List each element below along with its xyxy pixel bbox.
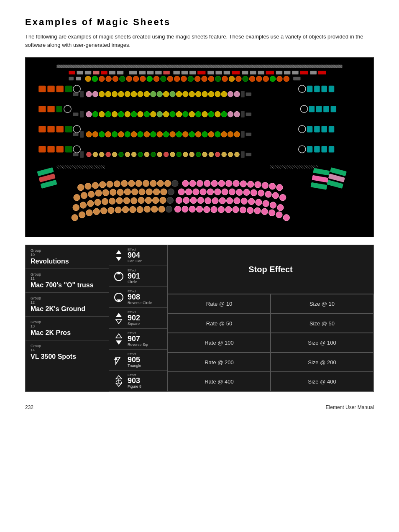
svg-rect-21 [224,71,230,74]
svg-point-209 [202,152,207,157]
page-title: Examples of Magic Sheets [25,17,374,28]
stop-effect-button[interactable]: Stop Effect [168,245,373,294]
group-item[interactable]: Group14VL 3500 Spots [26,340,109,364]
svg-rect-28 [284,71,290,74]
svg-point-85 [131,91,136,97]
svg-marker-345 [116,257,122,261]
effect-icon [113,249,125,262]
svg-point-321 [144,206,150,212]
svg-point-40 [120,76,125,82]
svg-point-50 [188,76,193,82]
svg-point-158 [118,131,124,137]
svg-point-92 [176,91,182,97]
svg-rect-109 [309,106,315,112]
svg-rect-343 [310,182,327,190]
svg-point-176 [234,131,240,137]
svg-point-119 [112,111,117,117]
effect-item[interactable]: Effect 902 Square [109,308,167,329]
svg-rect-142 [47,126,54,132]
svg-rect-26 [266,71,274,74]
effect-icon [113,270,125,283]
svg-point-285 [95,199,101,205]
svg-point-324 [166,206,172,212]
svg-point-80 [99,91,105,97]
svg-rect-149 [321,126,327,132]
svg-point-166 [170,131,175,137]
svg-point-87 [144,91,149,97]
svg-point-86 [138,91,143,97]
svg-point-60 [256,76,262,82]
group-item[interactable]: Group10Revolutions [26,245,109,269]
effect-item[interactable]: Effect 904 Can Can [109,245,167,266]
effect-item[interactable]: Effect 901 Circle [109,266,167,287]
svg-point-200 [144,152,149,157]
svg-point-252 [276,184,283,190]
svg-point-205 [176,152,182,157]
svg-point-63 [277,76,282,82]
svg-point-244 [218,180,225,187]
group-item[interactable]: Group11Mac 700's "O" truss [26,269,109,293]
rate-button[interactable]: Rate @ 100 [168,333,271,353]
stop-effect-row[interactable]: Stop Effect [168,245,373,294]
svg-rect-73 [314,86,320,92]
svg-point-101 [234,91,240,97]
svg-point-322 [151,206,158,212]
size-button[interactable]: Size @ 100 [271,333,373,353]
svg-rect-69 [65,86,72,92]
rate-button[interactable]: Rate @ 50 [168,314,271,333]
size-button[interactable]: Size @ 200 [271,353,373,372]
svg-point-337 [261,208,268,215]
svg-point-240 [189,180,196,187]
svg-point-167 [176,131,182,137]
svg-point-269 [193,189,199,195]
svg-point-229 [107,181,113,187]
svg-point-117 [99,111,105,117]
svg-point-108 [300,105,307,113]
svg-point-212 [222,152,227,157]
svg-rect-177 [241,131,245,138]
svg-point-123 [138,111,143,117]
effect-item[interactable]: Effect 903 Figure 8 [109,371,167,391]
svg-rect-31 [310,71,317,74]
svg-point-136 [221,111,227,117]
svg-rect-151 [73,133,78,136]
group-item[interactable]: Group12Mac 2K's Ground [26,293,109,317]
intro-text: The following are examples of magic shee… [25,33,374,49]
svg-point-257 [102,189,109,196]
svg-point-95 [195,91,201,97]
svg-point-247 [240,181,246,187]
svg-rect-140 [246,113,251,116]
size-button[interactable]: Size @ 50 [271,314,373,333]
svg-point-168 [183,131,188,137]
size-button[interactable]: Size @ 400 [271,372,373,391]
rate-button[interactable]: Rate @ 400 [168,372,271,391]
effect-icon [113,291,125,304]
effect-item[interactable]: Effect 905 Triangle [109,350,167,371]
size-button[interactable]: Size @ 10 [271,294,373,314]
effect-item[interactable]: Effect 908 Reverse Circle [109,287,167,308]
rate-button[interactable]: Rate @ 200 [168,353,271,372]
svg-point-41 [126,76,132,82]
effect-icon [113,354,125,366]
effect-item[interactable]: Effect 907 Reverse Sqr [109,329,167,350]
svg-rect-106 [56,106,62,112]
svg-rect-111 [323,106,329,112]
svg-point-331 [218,206,224,212]
svg-rect-180 [47,146,54,152]
rate-button[interactable]: Rate @ 10 [168,294,271,314]
svg-point-39 [113,76,118,82]
svg-point-132 [195,111,201,117]
svg-point-303 [226,197,233,204]
svg-marker-344 [116,250,122,254]
svg-point-55 [222,76,228,82]
svg-point-298 [190,197,197,203]
svg-rect-19 [207,71,214,74]
svg-rect-72 [307,86,312,92]
svg-point-52 [202,76,207,82]
rate-size-grid: Rate @ 10Size @ 10Rate @ 50Size @ 50Rate… [168,294,373,391]
svg-point-94 [189,91,194,97]
svg-point-232 [128,180,135,187]
svg-rect-139 [241,111,245,117]
group-item[interactable]: Group13Mac 2K Pros [26,317,109,340]
svg-point-154 [92,131,98,137]
